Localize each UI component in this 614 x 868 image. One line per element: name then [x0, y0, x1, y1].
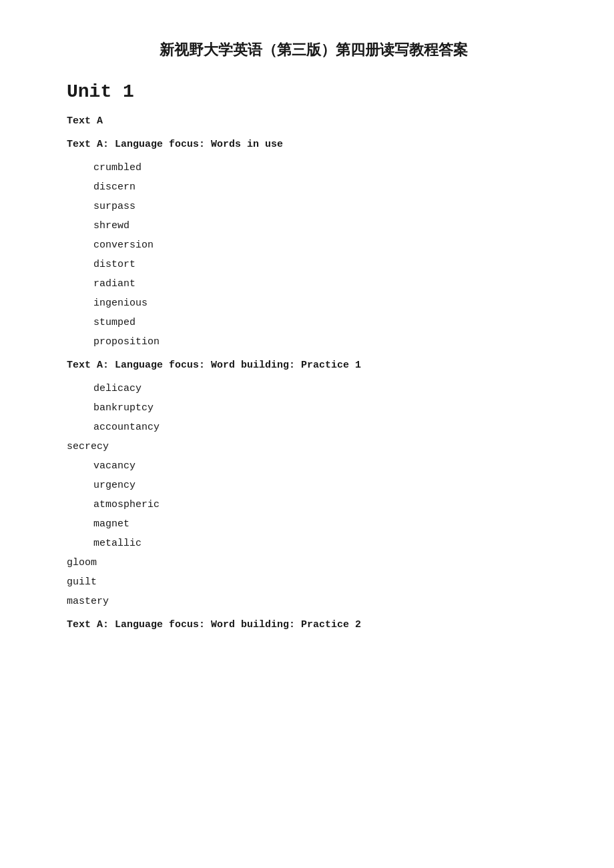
section-words-in-use: Text A: Language focus: Words in use cru… [67, 139, 561, 348]
word-accountancy: accountancy [93, 422, 561, 433]
section-word-building-1: Text A: Language focus: Word building: P… [67, 360, 561, 607]
word-ingenious: ingenious [93, 298, 561, 309]
section-word-building-1-label: Text A: Language focus: Word building: P… [67, 360, 561, 371]
word-crumbled: crumbled [93, 162, 561, 173]
word-conversion: conversion [93, 240, 561, 251]
word-atmospheric: atmospheric [93, 499, 561, 510]
word-secrecy: secrecy [67, 441, 561, 452]
word-urgency: urgency [93, 480, 561, 491]
section-words-in-use-label: Text A: Language focus: Words in use [67, 139, 561, 150]
word-discern: discern [93, 181, 561, 193]
word-delicacy: delicacy [93, 383, 561, 394]
content-area: Text A Text A: Language focus: Words in … [67, 115, 561, 630]
word-magnet: magnet [93, 518, 561, 530]
word-guilt: guilt [67, 576, 561, 588]
word-radiant: radiant [93, 278, 561, 290]
section-word-building-2-label: Text A: Language focus: Word building: P… [67, 619, 561, 630]
word-shrewd: shrewd [93, 220, 561, 232]
page-wrapper: 新视野大学英语（第三版）第四册读写教程答案 Unit 1 Text A Text… [67, 40, 561, 630]
text-a-label: Text A [67, 115, 561, 127]
word-surpass: surpass [93, 201, 561, 212]
word-vacancy: vacancy [93, 460, 561, 472]
word-gloom: gloom [67, 557, 561, 568]
unit-heading: Unit 1 [67, 81, 561, 102]
word-bankruptcy: bankruptcy [93, 402, 561, 414]
word-proposition: proposition [93, 336, 561, 348]
section-word-building-2: Text A: Language focus: Word building: P… [67, 619, 561, 630]
word-mastery: mastery [67, 596, 561, 607]
word-metallic: metallic [93, 538, 561, 549]
page-title: 新视野大学英语（第三版）第四册读写教程答案 [67, 40, 561, 60]
word-distort: distort [93, 259, 561, 270]
word-stumped: stumped [93, 317, 561, 328]
